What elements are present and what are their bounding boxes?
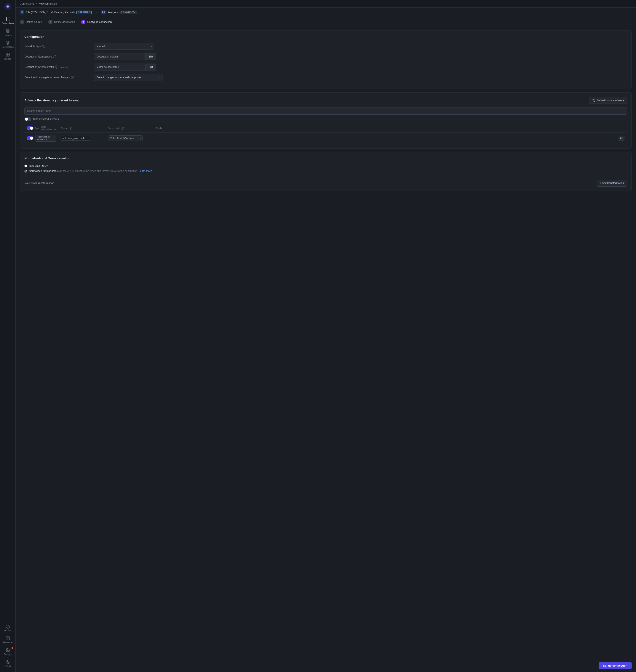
streams-card: Activate the streams you want to sync Re… (20, 92, 632, 149)
svg-rect-12 (8, 53, 9, 55)
refresh-source-schema-btn[interactable]: Refresh source schema (589, 97, 627, 104)
sidebar-item-label-resources: Resources (3, 641, 13, 644)
no-transform-text: No custom transformation (24, 182, 54, 185)
main-content: Connections / New connection F File (CSV… (16, 0, 636, 672)
raw-data-label[interactable]: Raw data (JSON) (29, 164, 49, 167)
syncmode-col-info[interactable]: i (121, 127, 124, 130)
setup-connection-btn[interactable]: Set up connection (599, 662, 632, 669)
source-name: File (CSV, JSON, Excel, Feather, Parquet… (26, 11, 75, 14)
sync-all-toggle[interactable] (26, 126, 34, 130)
detect-changes-select-wrap: Detect changes and manually approve Prop… (94, 74, 163, 81)
svg-rect-14 (8, 55, 9, 56)
step-2-label: Define destination (54, 21, 75, 24)
schedule-type-info-icon[interactable]: i (42, 45, 45, 48)
dest-icon: PG (101, 10, 106, 15)
sidebar-item-label-destinations: Destinations (2, 46, 14, 48)
stream-search-input[interactable] (24, 107, 627, 115)
normalized-data-radio[interactable] (24, 170, 27, 173)
step-1-num: 1 (20, 20, 24, 24)
dest-namespace-label: Destination Namespace i (24, 55, 94, 58)
sidebar-item-label-update: Update (4, 629, 11, 632)
detect-changes-row: Detect and propagate schema changes i De… (24, 74, 627, 81)
schedule-type-select[interactable]: Manual Scheduled Cron (94, 43, 154, 50)
connection-header: F File (CSV, JSON, Excel, Feather, Parqu… (16, 7, 636, 17)
svg-text:F: F (21, 11, 23, 14)
breadcrumb: Connections / New connection (16, 0, 636, 7)
configuration-card: Configuration Schedule type i Manual Sch… (20, 31, 632, 89)
dest-badge: COMMUNITY (120, 11, 137, 14)
optional-tag: Optional (59, 66, 68, 68)
hide-disabled-toggle[interactable] (24, 117, 31, 121)
stream-name-badge: pokemon_masterdata (61, 136, 90, 141)
step-3[interactable]: 3 Configure connection (81, 20, 112, 24)
sync-mode-col-info[interactable]: i (54, 127, 56, 130)
source-badge: CERTIFIED (76, 11, 92, 14)
svg-rect-13 (6, 55, 7, 56)
syncmode-select[interactable]: Full refresh | Overwrite Full refresh | … (108, 135, 143, 141)
fields-btn[interactable]: All (618, 136, 625, 141)
streams-table-header-row: Sync Data destination i Stream i (24, 124, 627, 133)
dest-namespace-edit-btn[interactable]: Edit (145, 53, 156, 60)
col-header-stream: Stream i (58, 124, 106, 133)
detect-changes-select[interactable]: Detect changes and manually approve Prop… (94, 74, 163, 81)
sidebar-item-label-builder: Builder (4, 58, 11, 60)
learn-more-link[interactable]: Learn more (139, 170, 152, 173)
stream-col-info[interactable]: i (69, 127, 72, 130)
dest-namespace-input-group: Edit (94, 53, 156, 60)
svg-point-2 (6, 18, 7, 18)
dest-name: Postgres (107, 11, 118, 14)
sidebar-item-destinations[interactable]: Destinations (0, 39, 15, 51)
dest-namespace-row: Destination Namespace i Edit (24, 53, 627, 60)
content-area: Configuration Schedule type i Manual Sch… (16, 27, 636, 659)
step-sep-1: › (44, 20, 46, 24)
refresh-icon (592, 99, 595, 102)
svg-rect-15 (6, 637, 9, 640)
streams-header: Activate the streams you want to sync Re… (24, 97, 627, 104)
sidebar-item-resources[interactable]: Resources (0, 634, 15, 646)
dest-stream-prefix-input[interactable] (94, 63, 145, 71)
svg-point-3 (9, 18, 9, 18)
detect-changes-value: Detect changes and manually approve Prop… (94, 74, 627, 81)
normalization-card: Normalization & Transformation Raw data … (20, 152, 632, 191)
row-sync-toggle[interactable] (26, 136, 34, 140)
transformation-row: No custom transformation + Add transform… (24, 176, 627, 186)
streams-table: Sync Data destination i Stream i (24, 124, 627, 144)
streams-title: Activate the streams you want to sync (24, 99, 79, 102)
sidebar-item-sources[interactable]: Sources (0, 26, 15, 39)
svg-point-4 (6, 20, 7, 20)
sidebar-item-builder[interactable]: Builder (0, 51, 15, 62)
hide-disabled-row: Hide disabled streams (24, 117, 627, 121)
step-2[interactable]: 2 Define destination (48, 20, 75, 24)
svg-rect-11 (6, 53, 7, 55)
breadcrumb-sep: / (36, 2, 37, 5)
sidebar-item-settings[interactable]: Settings (0, 646, 15, 658)
dest-namespace-info-icon[interactable]: i (53, 55, 56, 58)
step-1[interactable]: 1 Define source (20, 20, 42, 24)
sidebar-item-version[interactable]: 0.50.41 (0, 658, 15, 669)
dest-stream-prefix-edit-btn[interactable]: Edit (145, 63, 156, 71)
svg-point-10 (6, 29, 9, 31)
breadcrumb-current: New connection (39, 2, 57, 5)
col-header-sync: Sync Data destination i (24, 124, 58, 133)
breadcrumb-connections[interactable]: Connections (20, 2, 34, 5)
dest-stream-prefix-label: Destination Stream Prefix i Optional (24, 65, 94, 68)
row-stream-cell: pokemon_masterdata (58, 133, 106, 144)
normalized-data-label[interactable]: Normalized tabular data Map the JSON obj… (29, 170, 152, 173)
schedule-type-value: Manual Scheduled Cron (94, 43, 627, 50)
sidebar-item-label-connections: Connections (2, 22, 14, 24)
add-transformation-btn[interactable]: + Add transformation (597, 180, 627, 186)
row-sync-cell: <destination schema> (24, 133, 58, 144)
step-3-num: 3 (81, 20, 85, 24)
app-logo[interactable] (4, 3, 12, 11)
settings-badge (12, 647, 13, 649)
sidebar-item-connections[interactable]: Connections (0, 15, 15, 26)
normalization-options: Raw data (JSON) Normalized tabular data … (24, 164, 627, 173)
detect-changes-info-icon[interactable]: i (71, 76, 74, 79)
sidebar-item-label-sources: Sources (4, 34, 12, 36)
dest-stream-prefix-info-icon[interactable]: i (55, 65, 58, 68)
svg-text:PG: PG (102, 11, 105, 14)
raw-data-radio[interactable] (24, 164, 27, 167)
normalization-title: Normalization & Transformation (24, 157, 627, 160)
sidebar-item-update[interactable]: Update (0, 622, 15, 634)
dest-namespace-input[interactable] (94, 53, 145, 60)
